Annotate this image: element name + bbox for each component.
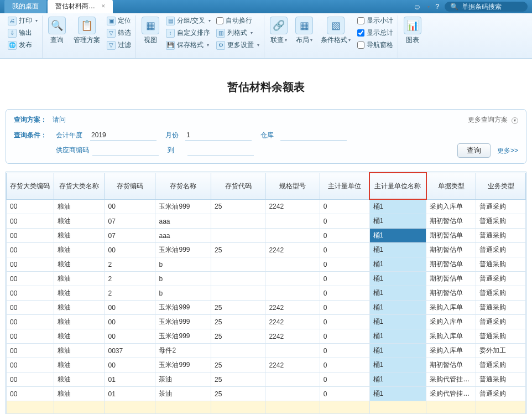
table-cell[interactable]: 00 [7,199,54,214]
table-cell[interactable] [265,229,320,243]
table-cell[interactable]: 00 [7,214,54,229]
table-cell[interactable]: 0 [320,372,369,387]
table-cell[interactable]: aaa [155,229,211,243]
show-subtotal-checkbox[interactable]: 显示小计 [356,15,394,26]
table-cell[interactable]: 2 [105,272,155,286]
table-cell[interactable]: 2242 [265,301,320,315]
query-submit-button[interactable]: 查询 [457,143,491,158]
table-cell[interactable]: 0 [320,243,369,257]
table-cell[interactable]: 00 [105,199,155,214]
table-cell[interactable]: 采购入库单 [426,199,476,214]
table-row[interactable]: 00粮油00玉米油9992522420桶1采购入库单普通采购 [7,199,526,214]
total-input[interactable] [357,29,364,37]
query-button[interactable]: 🔍查询 [46,15,68,50]
table-cell[interactable]: 01 [105,372,155,387]
table-cell[interactable]: 00 [7,243,54,257]
table-cell[interactable]: 茶油 [155,372,211,387]
table-cell[interactable]: 0 [320,199,369,214]
table-cell[interactable]: 普通采购 [476,286,526,301]
table-cell[interactable]: 普通采购 [476,214,526,229]
show-total-checkbox[interactable]: 显示总计 [356,28,394,38]
nav-pane-checkbox[interactable]: 导航窗格 [356,40,394,50]
table-cell[interactable] [265,387,320,401]
table-cell[interactable]: 期初暂估单 [426,358,476,372]
auto-wrap-checkbox[interactable]: 自动换行 [215,15,260,26]
table-cell[interactable]: 桶1 [369,214,426,229]
locate-button[interactable]: ▣定位 [106,15,132,26]
table-cell[interactable]: 玉米油999 [155,199,211,214]
table-row[interactable]: 00粮油00玉米油9992522420桶1采购入库单普通采购 [7,315,526,329]
subtotal-input[interactable] [357,17,364,24]
table-cell[interactable]: 粮油 [54,199,105,214]
table-cell[interactable]: 00 [7,272,54,286]
table-cell[interactable] [211,214,265,229]
table-row[interactable]: 00粮油00玉米油9992522420桶1期初暂估单普通采购 [7,358,526,372]
table-cell[interactable]: 采购入库单 [426,315,476,329]
table-cell[interactable]: 粮油 [54,243,105,257]
tab-active[interactable]: 暂估材料商… × [48,0,113,13]
group-cross-button[interactable]: ▤分组/交叉▾ [165,15,212,26]
table-cell[interactable]: 采购入库单 [426,301,476,315]
table-cell[interactable]: 粮油 [54,229,105,243]
table-cell[interactable]: 0 [320,229,369,243]
table-cell[interactable]: 07 [105,229,155,243]
table-cell[interactable]: 0037 [105,344,155,358]
table-row[interactable]: 00粮油01茶油250桶1采购代管挂…普通采购 [7,387,526,401]
table-cell[interactable]: 期初暂估单 [426,229,476,243]
table-cell[interactable] [211,344,265,358]
table-cell[interactable]: 00 [7,358,54,372]
table-cell[interactable]: 桶1 [369,199,426,214]
table-cell[interactable]: 茶油 [155,387,211,401]
table-cell[interactable]: 0 [320,329,369,344]
table-cell[interactable]: 粮油 [54,301,105,315]
close-icon[interactable]: × [101,2,105,10]
table-cell[interactable]: 25 [211,358,265,372]
table-row[interactable]: 00粮油01茶油250桶1采购代管挂…普通采购 [7,372,526,387]
table-cell[interactable]: 2 [105,286,155,301]
supplier-field[interactable] [92,145,159,156]
publish-button[interactable]: 🌐发布 [7,40,39,50]
table-cell[interactable]: 0 [320,344,369,358]
table-cell[interactable]: b [155,257,211,272]
table-cell[interactable]: 普通采购 [476,372,526,387]
table-cell[interactable]: 普通采购 [476,257,526,272]
table-cell[interactable] [265,214,320,229]
table-cell[interactable]: 桶1 [369,329,426,344]
col-format-button[interactable]: ▥列格式▾ [215,28,260,38]
table-cell[interactable]: 0 [320,272,369,286]
table-cell[interactable]: 00 [7,372,54,387]
table-cell[interactable]: 桶1 [369,387,426,401]
column-header[interactable]: 存货大类编码 [7,173,54,199]
table-cell[interactable]: 00 [105,301,155,315]
table-cell[interactable] [211,229,265,243]
table-cell[interactable]: 0 [320,214,369,229]
table-row[interactable]: 00粮油2b0桶1期初暂估单普通采购 [7,257,526,272]
table-cell[interactable]: 0 [320,358,369,372]
table-cell[interactable]: 00 [7,229,54,243]
table-cell[interactable]: 00 [7,286,54,301]
column-header[interactable]: 存货代码 [211,173,265,199]
month-field[interactable] [185,130,252,141]
table-cell[interactable]: 粮油 [54,387,105,401]
table-cell[interactable]: 粮油 [54,286,105,301]
barcode-search[interactable]: 🔍 [445,2,528,12]
table-cell[interactable]: 采购代管挂… [426,372,476,387]
table-cell[interactable]: 粮油 [54,315,105,329]
table-row[interactable]: 00粮油0037母件20桶1采购入库单委外加工 [7,344,526,358]
table-cell[interactable]: 25 [211,199,265,214]
table-cell[interactable]: 采购入库单 [426,329,476,344]
tab-desktop[interactable]: 我的桌面 [4,0,46,13]
table-cell[interactable]: 2242 [265,199,320,214]
table-cell[interactable]: b [155,272,211,286]
table-cell[interactable]: 桶1 [369,344,426,358]
column-header[interactable]: 单据类型 [426,173,476,199]
related-button[interactable]: 🔗联查▾ [268,15,290,50]
table-cell[interactable]: 玉米油999 [155,329,211,344]
manage-scheme-button[interactable]: 📋管理方案 [71,15,102,50]
table-cell[interactable]: 25 [211,387,265,401]
layout-button[interactable]: ▦布局▾ [293,15,315,50]
table-cell[interactable]: 00 [105,329,155,344]
table-cell[interactable]: 2 [105,257,155,272]
table-cell[interactable]: 2242 [265,358,320,372]
table-cell[interactable]: 00 [7,301,54,315]
